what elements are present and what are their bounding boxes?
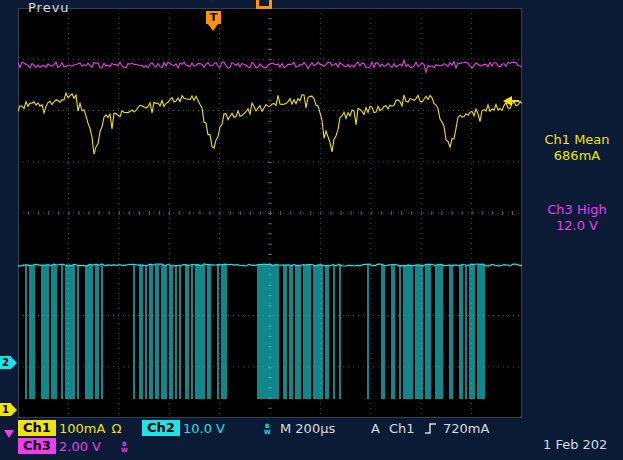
ch2-pulses bbox=[26, 265, 484, 399]
trigger-marker: T bbox=[206, 11, 221, 24]
ch2-ground-label: 2 bbox=[0, 356, 11, 369]
ch1-ground-marker: 1 bbox=[0, 403, 17, 416]
trigger-source-readout: Ch1 bbox=[389, 421, 415, 436]
timebase-readout: M 200µs bbox=[280, 421, 335, 436]
measurement-value: 12.0 V bbox=[531, 218, 623, 234]
measurement-label: Ch1 Mean bbox=[531, 132, 623, 148]
ch3-scale-readout: 2.00 V bbox=[59, 439, 101, 454]
ch1-ground-arrow-icon bbox=[11, 404, 17, 416]
measurement-value: 686mA bbox=[531, 148, 623, 164]
waveform-plot bbox=[18, 8, 522, 418]
ch1-scale-readout: 100mAΩ bbox=[59, 421, 121, 436]
ch2-scale-readout: 10.0 V bbox=[183, 421, 225, 436]
ch3-badge: Ch3 bbox=[18, 438, 56, 454]
ch2-badge: Ch2 bbox=[142, 420, 180, 436]
ch1-scale-value: 100mA bbox=[59, 421, 105, 436]
ch1-badge: Ch1 bbox=[18, 420, 56, 436]
trigger-level-arrow-icon bbox=[503, 96, 519, 106]
trigger-level-arrow-head bbox=[503, 96, 512, 106]
acquisition-mode-label: Prevu bbox=[28, 0, 70, 15]
measurement-ch1-mean: Ch1 Mean 686mA bbox=[531, 132, 623, 164]
bw-bottom: W bbox=[264, 429, 271, 435]
measurement-ch3-high: Ch3 High 12.0 V bbox=[531, 202, 623, 234]
trigger-mode-readout: A bbox=[371, 421, 380, 436]
ch2-bandwidth-icon: B W bbox=[264, 423, 271, 435]
ch1-ground-label: 1 bbox=[0, 403, 11, 416]
ch1-coupling-ohm: Ω bbox=[111, 421, 121, 436]
ch3-bandwidth-icon: B W bbox=[121, 441, 128, 453]
ch3-offscreen-marker-icon bbox=[4, 430, 14, 438]
ch2-ground-marker: 2 bbox=[0, 356, 17, 369]
date-readout: 1 Feb 202 bbox=[543, 437, 607, 452]
trigger-level-readout: 720mA bbox=[443, 421, 489, 436]
measurement-label: Ch3 High bbox=[531, 202, 623, 218]
ch2-ground-arrow-icon bbox=[11, 357, 17, 369]
graticule bbox=[18, 8, 522, 418]
bw-bottom: W bbox=[121, 447, 128, 453]
trigger-level-arrow-tail bbox=[512, 100, 519, 102]
oscilloscope-screen: Prevu T 2 1 Ch1 Mean 686mA Ch3 High 12.0… bbox=[0, 0, 623, 460]
rising-edge-icon bbox=[424, 422, 437, 435]
trigger-position-bracket-icon bbox=[256, 0, 272, 9]
trigger-marker-arrow-icon bbox=[208, 24, 218, 31]
